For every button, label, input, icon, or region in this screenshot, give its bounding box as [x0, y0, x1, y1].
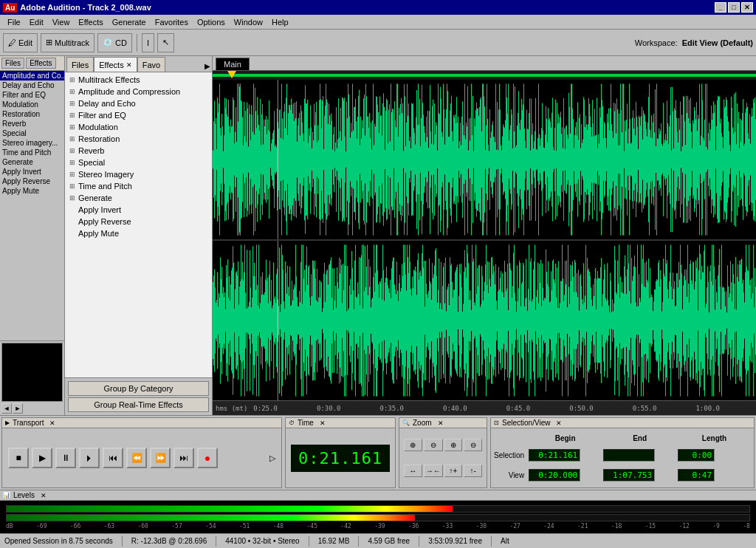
- effect-amplitude[interactable]: ⊞ Amplitude and Compression: [66, 86, 210, 97]
- levels-close[interactable]: ✕: [41, 492, 47, 499]
- effect-apply-mute-label: Apply Mute: [78, 229, 119, 238]
- effect-time[interactable]: ⊞ Time and Pitch: [66, 180, 210, 192]
- group-by-category-button[interactable]: Group By Category: [68, 381, 209, 396]
- toolbar-cd-button[interactable]: 💿 CD: [97, 33, 132, 52]
- expand-icon-special: ⊞: [69, 159, 78, 166]
- selection-end-input[interactable]: [603, 449, 655, 462]
- menu-view[interactable]: View: [48, 16, 75, 28]
- time-icon: ⏱: [289, 419, 295, 426]
- zoom-controls: ⊕ ⊖ ⊕ ⊖ ↔ →← ↑+ ↑-: [399, 428, 487, 487]
- zoom-close[interactable]: ✕: [438, 419, 444, 427]
- transport-stop[interactable]: ■: [8, 448, 29, 468]
- effect-apply-mute[interactable]: Apply Mute: [66, 227, 210, 239]
- left-tab-effects[interactable]: Effects: [26, 58, 55, 69]
- selection-panel-header: ⊡ Selection/View ✕: [491, 418, 754, 428]
- effects-nav-arrow[interactable]: ▶: [205, 62, 210, 70]
- expand-icon-time: ⊞: [69, 182, 78, 190]
- toolbar-pointer-tool[interactable]: ↖: [157, 33, 174, 52]
- left-item-filter[interactable]: Filter and EQ: [0, 90, 64, 100]
- left-item-stereo[interactable]: Stereo imagery...: [0, 138, 64, 148]
- nav-prev[interactable]: ◄: [1, 403, 12, 414]
- group-realtime-button[interactable]: Group Real-Time Effects: [68, 397, 209, 412]
- effect-modulation-label: Modulation: [78, 123, 118, 131]
- left-item-invert[interactable]: Apply Invert: [0, 167, 64, 177]
- left-item-reverse[interactable]: Apply Reverse: [0, 177, 64, 186]
- scale-n48: -48: [273, 523, 284, 530]
- selection-close[interactable]: ✕: [556, 419, 562, 427]
- effect-apply-reverse[interactable]: Apply Reverse: [66, 216, 210, 227]
- minimize-button[interactable]: _: [715, 2, 726, 13]
- effect-filter[interactable]: ⊞ Filter and EQ: [66, 109, 210, 121]
- selection-begin-input[interactable]: [529, 449, 580, 462]
- waveform-tab[interactable]: Main: [216, 58, 250, 70]
- selection-length-input[interactable]: [678, 449, 715, 462]
- view-end-input[interactable]: [603, 469, 655, 482]
- selection-col-end: End: [603, 434, 676, 442]
- left-item-modulation[interactable]: Modulation: [0, 100, 64, 109]
- selection-panel: ⊡ Selection/View ✕ Begin End Length Sele…: [490, 417, 755, 488]
- effects-tab-effects[interactable]: Effects ✕: [94, 57, 137, 72]
- effects-tab-favo[interactable]: Favo: [137, 57, 165, 72]
- zoom-fit-selection[interactable]: →←: [424, 465, 443, 477]
- waveform-bottom[interactable]: [213, 241, 756, 400]
- left-item-delay[interactable]: Delay and Echo: [0, 81, 64, 90]
- view-length-input[interactable]: [678, 469, 715, 482]
- left-item-time[interactable]: Time and Pitch: [0, 148, 64, 157]
- effect-reverb[interactable]: ⊞ Reverb: [66, 145, 210, 157]
- menu-file[interactable]: File: [3, 16, 25, 28]
- timeline-label-8: 1:00.0: [693, 405, 756, 412]
- left-item-restoration[interactable]: Restoration: [0, 109, 64, 119]
- effect-special[interactable]: ⊞ Special: [66, 157, 210, 168]
- zoom-out-horiz[interactable]: ⊖: [424, 439, 443, 451]
- transport-expand[interactable]: ▷: [269, 453, 275, 463]
- effect-multitrack[interactable]: ⊞ Multitrack Effects: [66, 74, 210, 86]
- menu-effects[interactable]: Effects: [74, 16, 107, 28]
- menu-edit[interactable]: Edit: [25, 16, 48, 28]
- left-item-special[interactable]: Special: [0, 129, 64, 138]
- menu-help[interactable]: Help: [267, 16, 293, 28]
- zoom-panel: 🔍 Zoom ✕ ⊕ ⊖ ⊕ ⊖ ↔ →← ↑+ ↑-: [399, 417, 487, 488]
- left-tab-files[interactable]: Files: [1, 58, 24, 69]
- menu-favorites[interactable]: Favorites: [151, 16, 193, 28]
- waveform-top[interactable]: [213, 80, 756, 241]
- zoom-fit-full[interactable]: ↔: [404, 465, 422, 477]
- menu-window[interactable]: Window: [230, 16, 267, 28]
- zoom-out-amplitude[interactable]: ↑-: [464, 465, 482, 477]
- effect-generate[interactable]: ⊞ Generate: [66, 192, 210, 204]
- nav-next[interactable]: ►: [13, 403, 23, 414]
- zoom-in-vert[interactable]: ⊕: [444, 439, 463, 451]
- transport-fast-forward[interactable]: ⏩: [150, 448, 171, 468]
- transport-rewind[interactable]: ⏪: [126, 448, 147, 468]
- menu-generate[interactable]: Generate: [108, 16, 151, 28]
- zoom-in-horiz[interactable]: ⊕: [404, 439, 422, 451]
- timeline-label-1: 0:25.0: [250, 405, 314, 412]
- effect-delay[interactable]: ⊞ Delay and Echo: [66, 97, 210, 109]
- menu-options[interactable]: Options: [193, 16, 230, 28]
- left-item-mute[interactable]: Apply Mute: [0, 186, 64, 196]
- effect-restoration[interactable]: ⊞ Restoration: [66, 133, 210, 145]
- transport-to-end[interactable]: ⏭: [173, 448, 194, 468]
- left-item-reverb[interactable]: Reverb: [0, 119, 64, 129]
- close-button[interactable]: ✕: [741, 2, 753, 13]
- toolbar-select-tool[interactable]: I: [142, 33, 154, 52]
- left-item-amplitude[interactable]: Amplitude and Co...: [0, 71, 64, 81]
- effects-tab-close[interactable]: ✕: [126, 61, 132, 69]
- zoom-out-vert[interactable]: ⊖: [464, 439, 482, 451]
- view-begin-input[interactable]: [529, 469, 580, 482]
- transport-record[interactable]: ●: [197, 448, 218, 468]
- left-item-generate[interactable]: Generate: [0, 157, 64, 167]
- toolbar-multitrack-button[interactable]: ⊞ Multitrack: [41, 33, 94, 52]
- zoom-in-amplitude[interactable]: ↑+: [444, 465, 463, 477]
- transport-play-from-start[interactable]: ⏵: [79, 448, 100, 468]
- effects-tab-files[interactable]: Files: [66, 57, 94, 72]
- effect-stereo[interactable]: ⊞ Stereo Imagery: [66, 168, 210, 180]
- maximize-button[interactable]: □: [728, 2, 740, 13]
- transport-to-start[interactable]: ⏮: [103, 448, 123, 468]
- time-close[interactable]: ✕: [320, 419, 326, 427]
- toolbar-edit-button[interactable]: 🖊 Edit: [3, 33, 38, 52]
- transport-play[interactable]: ▶: [32, 448, 52, 468]
- transport-close[interactable]: ✕: [49, 419, 55, 427]
- effect-apply-invert[interactable]: Apply Invert: [66, 204, 210, 216]
- effect-modulation[interactable]: ⊞ Modulation: [66, 121, 210, 133]
- transport-pause[interactable]: ⏸: [55, 448, 76, 468]
